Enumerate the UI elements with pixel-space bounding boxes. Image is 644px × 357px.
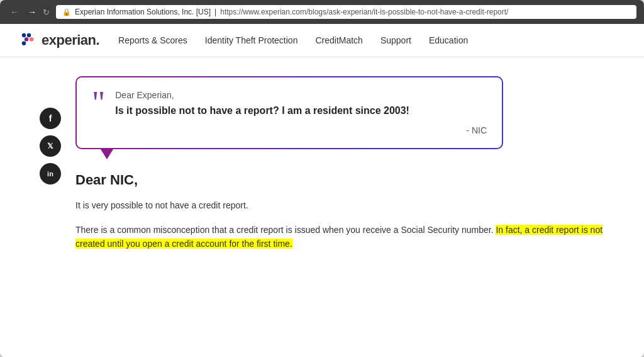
nav-link-creditmatch[interactable]: CreditMatch [315,35,362,45]
facebook-button[interactable]: f [40,108,61,129]
reload-button[interactable]: ↻ [43,8,50,17]
linkedin-button[interactable]: in [40,163,61,184]
back-button[interactable]: ← [8,6,21,18]
quote-mark-icon: " [92,87,105,120]
nav-links: Reports & Scores Identity Theft Protecti… [118,35,468,46]
nav-item-creditmatch[interactable]: CreditMatch [315,35,362,46]
browser-chrome: ← → ↻ 🔒 Experian Information Solutions, … [0,0,644,24]
experian-logo-icon [19,30,39,50]
article-para2-before: There is a common misconception that a c… [75,225,494,235]
logo-area[interactable]: experian. [19,30,99,50]
quote-author: - NIC [115,125,487,135]
nav-link-support[interactable]: Support [380,35,411,45]
address-separator: | [214,8,216,16]
lock-icon: 🔒 [62,8,71,16]
forward-button[interactable]: → [25,6,39,18]
logo-text: experian. [42,32,99,48]
svg-point-1 [27,33,31,37]
article-paragraph-2: There is a common misconception that a c… [75,223,625,251]
social-sidebar: f 𝕏 in [38,76,63,344]
article-paragraph-1: It is very possible to not have a credit… [75,198,625,212]
quote-question: Is it possible not to have a report? I a… [115,104,487,118]
browser-controls: ← → ↻ [8,6,50,18]
content-area: " Dear Experian, Is it possible not to h… [75,76,625,344]
nav-item-education[interactable]: Education [429,35,468,46]
nav-link-identity[interactable]: Identity Theft Protection [205,35,298,45]
site-navigation: experian. Reports & Scores Identity Thef… [0,24,644,57]
svg-point-4 [22,42,26,45]
svg-point-2 [25,37,28,41]
svg-point-3 [30,37,33,41]
quote-box: " Dear Experian, Is it possible not to h… [75,76,503,149]
quote-box-wrapper: " Dear Experian, Is it possible not to h… [75,76,503,149]
twitter-button[interactable]: 𝕏 [40,135,61,157]
nav-item-support[interactable]: Support [380,35,411,46]
quote-box-inner: " Dear Experian, Is it possible not to h… [77,77,502,148]
article-title: Dear NIC, [75,172,625,188]
main-content: f 𝕏 in " Dear Experian, Is it possible n… [0,57,644,357]
svg-point-0 [22,33,26,37]
nav-link-reports[interactable]: Reports & Scores [118,35,187,45]
address-url: https://www.experian.com/blogs/ask-exper… [220,8,508,16]
nav-item-identity[interactable]: Identity Theft Protection [205,35,298,46]
browser-window: ← → ↻ 🔒 Experian Information Solutions, … [0,0,644,357]
address-bar[interactable]: 🔒 Experian Information Solutions, Inc. [… [56,5,636,19]
quote-inner: " Dear Experian, Is it possible not to h… [92,90,487,135]
quote-salutation: Dear Experian, [115,90,487,100]
nav-link-education[interactable]: Education [429,35,468,45]
site-name: Experian Information Solutions, Inc. [US… [75,8,211,16]
quote-content: Dear Experian, Is it possible not to hav… [115,90,487,135]
nav-item-reports[interactable]: Reports & Scores [118,35,187,46]
